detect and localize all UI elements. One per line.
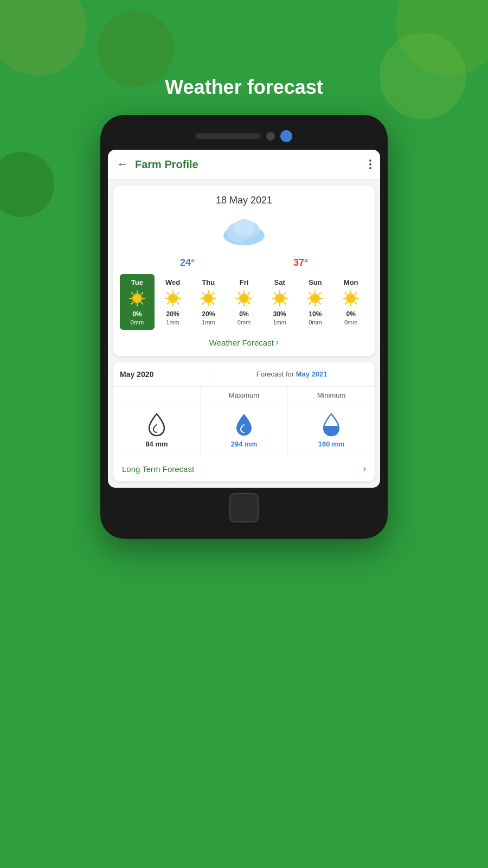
svg-line-71 <box>355 303 357 304</box>
svg-line-73 <box>345 303 347 304</box>
bg-decoration-5 <box>0 152 54 217</box>
home-button[interactable] <box>229 493 259 522</box>
long-term-chevron-icon: › <box>363 464 366 474</box>
svg-line-72 <box>355 293 357 295</box>
sun-icon <box>271 290 288 307</box>
forecast-header-center: Forecast for May 2021 <box>209 362 375 386</box>
forecast-min-data: 160 mm <box>288 404 375 456</box>
day-col-sun: Sun 10% 0mm <box>298 274 333 330</box>
phone-camera <box>280 130 292 142</box>
svg-line-21 <box>177 303 178 304</box>
bg-decoration-1 <box>0 0 87 76</box>
svg-line-11 <box>142 303 143 304</box>
more-dot-1 <box>369 159 371 162</box>
phone-bottom <box>108 488 380 522</box>
svg-line-70 <box>345 293 347 295</box>
day-mm: 1mm <box>273 319 286 326</box>
day-label: Mon <box>344 278 358 286</box>
svg-line-60 <box>310 293 311 295</box>
day-col-wed: Wed 20% 1mm <box>156 274 190 330</box>
svg-point-44 <box>275 294 284 303</box>
app-bar-title: Farm Profile <box>135 158 369 171</box>
weather-forecast-link[interactable]: Weather Forecast › <box>120 337 368 347</box>
svg-line-12 <box>142 293 143 295</box>
forecast-for-label: Forecast for <box>256 370 294 378</box>
svg-line-61 <box>319 303 321 304</box>
svg-point-64 <box>346 294 355 303</box>
app-bar: ← Farm Profile <box>108 150 380 180</box>
forecast-max-data: 294 mm <box>201 404 288 456</box>
cloud-icon <box>120 213 368 247</box>
temp-max: 37° <box>293 257 308 269</box>
svg-line-13 <box>131 303 133 304</box>
sun-icon <box>342 290 359 307</box>
sun-icon <box>200 290 217 307</box>
weekly-forecast-row: Tue 0% 0mm Wed <box>120 274 368 330</box>
weather-date: 18 May 2021 <box>120 195 368 206</box>
day-mm: 1mm <box>166 319 179 326</box>
day-col-sat: Sat 30% 1mm <box>262 274 297 330</box>
day-mm: 1mm <box>202 319 215 326</box>
weather-forecast-label: Weather Forecast <box>209 338 274 347</box>
weather-card: 18 May 2021 24° 37° Tue <box>113 186 375 356</box>
svg-line-42 <box>248 293 250 295</box>
forecast-header-left: May 2020 <box>113 362 209 386</box>
svg-line-52 <box>284 293 285 295</box>
forecast-subheader: Maximum Minimum <box>113 387 375 404</box>
svg-line-23 <box>167 303 169 304</box>
minimum-label: Minimum <box>288 387 375 404</box>
svg-line-33 <box>203 303 204 304</box>
may2020-data: 84 mm <box>113 404 201 456</box>
svg-point-34 <box>240 294 248 303</box>
svg-line-50 <box>274 293 275 295</box>
day-label: Thu <box>202 278 215 286</box>
day-label: Wed <box>165 278 180 286</box>
day-col-fri: Fri 0% 0mm <box>227 274 261 330</box>
svg-line-63 <box>310 303 311 304</box>
day-pct: 20% <box>166 310 179 318</box>
phone-sensor <box>266 132 275 141</box>
svg-line-32 <box>213 293 214 295</box>
drop-half-min-icon <box>322 412 341 437</box>
phone-frame: ← Farm Profile 18 May 2021 <box>100 115 388 539</box>
sun-icon <box>164 290 182 307</box>
forecast-header-right: Forecast for May 2021 <box>209 362 375 386</box>
drop-outline-icon <box>147 412 166 437</box>
svg-line-40 <box>239 293 240 295</box>
svg-line-22 <box>177 293 178 295</box>
forecast-header: May 2020 Forecast for May 2021 <box>113 362 375 387</box>
sun-icon <box>129 290 146 307</box>
svg-line-30 <box>203 293 204 295</box>
more-dot-2 <box>369 163 371 165</box>
long-term-label: Long Term Forecast <box>122 464 194 474</box>
svg-line-53 <box>274 303 275 304</box>
subheader-empty <box>113 387 201 404</box>
day-mm: 0mm <box>344 319 357 326</box>
maximum-label: Maximum <box>201 387 288 404</box>
svg-point-24 <box>204 294 213 303</box>
sun-icon <box>306 290 324 307</box>
long-term-forecast-link[interactable]: Long Term Forecast › <box>113 456 375 481</box>
forecast-data-row: 84 mm 294 mm <box>113 404 375 456</box>
svg-line-43 <box>239 303 240 304</box>
day-label: Fri <box>240 278 249 286</box>
svg-point-3 <box>233 219 255 237</box>
day-mm: 0mm <box>309 319 322 326</box>
svg-point-54 <box>311 294 319 303</box>
more-menu-button[interactable] <box>369 159 371 169</box>
bg-decoration-4 <box>380 33 466 119</box>
phone-top-bar <box>108 126 380 150</box>
chevron-right-icon: › <box>276 337 279 347</box>
svg-line-41 <box>248 303 250 304</box>
day-pct: 0% <box>239 310 248 318</box>
may2020-value: 84 mm <box>145 440 168 448</box>
day-pct: 0% <box>346 310 356 318</box>
svg-line-51 <box>284 303 285 304</box>
day-mm: 0mm <box>237 319 251 326</box>
svg-line-31 <box>213 303 214 304</box>
day-col-tue: Tue 0% 0mm <box>120 274 155 330</box>
day-label: Sat <box>274 278 285 286</box>
svg-line-20 <box>167 293 169 295</box>
svg-point-4 <box>133 294 142 303</box>
back-button[interactable]: ← <box>117 157 129 171</box>
